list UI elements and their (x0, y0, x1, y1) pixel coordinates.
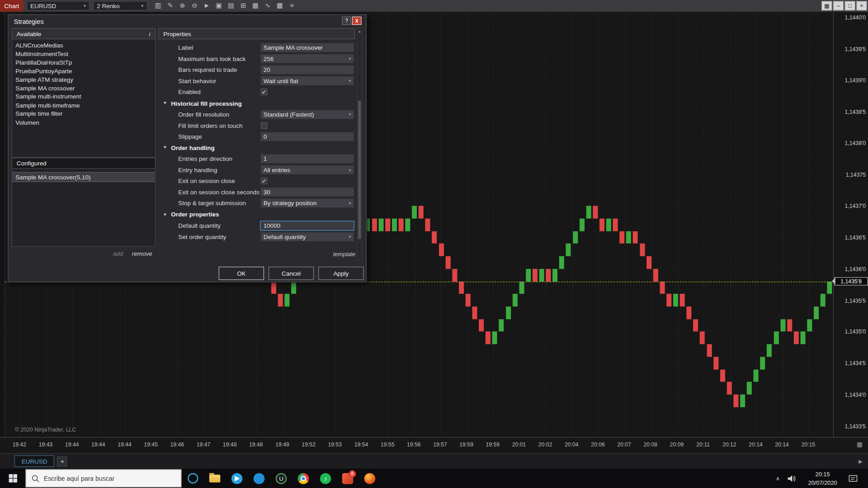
skype-button[interactable] (248, 469, 270, 488)
slippage-input[interactable]: 0 (261, 132, 354, 141)
renko-brick-down (787, 319, 792, 332)
available-strategy-item[interactable]: ALNCruceMedias (12, 42, 155, 50)
period-selector[interactable]: 2 Renko ▾ (93, 1, 147, 10)
renko-brick-down (733, 394, 738, 407)
mail-app-button[interactable]: 8 (336, 469, 359, 488)
available-strategy-item[interactable]: Sample MA crossover (12, 84, 155, 93)
properties-icon[interactable]: ≡ (288, 0, 296, 12)
start-button[interactable] (0, 469, 25, 488)
gridline (783, 12, 783, 437)
label-input[interactable]: Sample MA crossover (261, 43, 354, 52)
time-axis[interactable]: ▦ 19:4219:4319:4419:4419:4419:4519:4619:… (0, 437, 868, 454)
available-strategy-item[interactable]: Sample time filter (12, 110, 155, 118)
file-explorer-button[interactable] (204, 469, 226, 488)
chrome-button[interactable] (292, 469, 315, 488)
chart-style-icon[interactable]: ▥ (154, 0, 162, 12)
collapse-icon[interactable]: ▼ (163, 101, 167, 106)
action-center-icon[interactable] (846, 474, 860, 483)
available-strategy-item[interactable]: Sample multi-instrument (12, 93, 155, 101)
start-behavior-select[interactable]: Wait until flat▾ (261, 76, 354, 85)
instrument-selector[interactable]: EURUSD ▾ (27, 1, 90, 10)
available-strategies-list[interactable]: ALNCruceMediasMultiInstrumentTestPlantil… (12, 39, 156, 158)
entries-per-direction-input[interactable]: 1 (261, 155, 354, 164)
help-button[interactable]: ? (342, 17, 351, 25)
minimize-button[interactable]: – (833, 1, 844, 10)
telegram-button[interactable] (226, 469, 248, 488)
tray-expand-icon[interactable]: ∧ (770, 475, 785, 481)
enabled-checkbox[interactable]: ✔ (261, 89, 268, 95)
maximum-bars-look-back-select[interactable]: 256▾ (261, 54, 354, 63)
spotify-icon: ♪ (320, 473, 331, 483)
collapse-icon[interactable]: ▼ (163, 145, 167, 150)
taskbar-search[interactable]: Escribe aquí para buscar (25, 469, 181, 487)
section-label: Historical fill processing (171, 100, 241, 107)
properties-scrollbar[interactable]: ▲ (357, 28, 362, 260)
market-analyzer-icon[interactable]: ▩ (276, 0, 284, 12)
price-axis-label: 1,14375 (846, 172, 866, 178)
available-strategy-item[interactable]: PlantillaDiaHoraStTp (12, 59, 155, 67)
time-axis-label: 20:02 (534, 441, 557, 447)
snapshot-icon[interactable]: ⊞ (239, 0, 247, 12)
time-axis-label: 20:14 (745, 441, 767, 447)
tab-scroll-right-icon[interactable]: ▶ (859, 458, 862, 464)
order-fill-resolution-select[interactable]: Standard (Fastest)▾ (261, 110, 354, 119)
renko-brick-down (713, 357, 718, 370)
cancel-button[interactable]: Cancel (269, 267, 314, 280)
template-link[interactable]: template (158, 251, 355, 258)
price-axis-label: 1,1436'5 (844, 235, 866, 240)
notification-badge: 8 (349, 470, 356, 478)
add-tab-button[interactable]: + (57, 456, 67, 466)
available-strategy-item[interactable]: PruebaPuntoyAparte (12, 67, 155, 75)
chevron-down-icon: ▾ (349, 168, 351, 173)
exit-on-session-close-checkbox[interactable]: ✔ (261, 178, 268, 184)
fill-limit-orders-on-touch-checkbox[interactable] (261, 122, 268, 129)
volume-icon[interactable] (785, 474, 799, 482)
data-box-icon[interactable]: ▣ (215, 0, 223, 12)
ok-button[interactable]: OK (219, 267, 264, 280)
scroll-up-icon[interactable]: ▲ (358, 29, 362, 34)
available-strategy-item[interactable]: Sample multi-timeframe (12, 101, 155, 110)
close-button[interactable]: × (856, 1, 867, 10)
price-axis[interactable]: 1,1440'01,1439'51,1439'01,1438'51,1438'0… (833, 12, 868, 437)
remove-strategy-link[interactable]: remove (132, 250, 152, 257)
instrument-grid-button[interactable]: ▦ (821, 1, 832, 10)
axis-corner-icon[interactable]: ▦ (857, 441, 863, 448)
chevron-down-icon: ▾ (349, 56, 351, 61)
zoom-out-icon[interactable]: ⊖ (190, 0, 198, 12)
available-strategy-item[interactable]: Volumen (12, 118, 155, 127)
collapse-icon[interactable]: ▼ (163, 212, 167, 217)
taskbar-clock[interactable]: 20:15 20/07/2020 (805, 470, 840, 486)
exit-on-session-close-seconds-input[interactable]: 30 (261, 188, 354, 197)
drawing-tools-icon[interactable]: ✎ (166, 0, 174, 12)
strategies-icon[interactable]: ∿ (264, 0, 272, 12)
available-strategy-item[interactable]: Sample ATM strategy (12, 75, 155, 84)
configured-strategy-item[interactable]: Sample MA crossover(5,10) (12, 172, 155, 182)
cortana-button[interactable] (182, 469, 204, 488)
property-label: Label (178, 44, 193, 51)
spotify-button[interactable]: ♪ (315, 469, 337, 488)
renko-brick-up (285, 294, 290, 306)
tab-eurusd[interactable]: EURUSD (14, 455, 55, 467)
maximize-button[interactable]: □ (845, 1, 855, 10)
default-quantity-input[interactable]: 10000 (261, 221, 354, 230)
stop-target-submission-select[interactable]: By strategy position▾ (261, 199, 354, 208)
dialog-buttons: OKCancelApply (219, 267, 364, 280)
close-dialog-button[interactable]: X (352, 17, 362, 25)
configured-strategies-list[interactable]: Sample MA crossover(5,10) (12, 169, 156, 247)
chart-trader-icon[interactable]: ▤ (227, 0, 235, 12)
zoom-in-icon[interactable]: ⊕ (178, 0, 186, 12)
info-icon[interactable]: i (149, 30, 151, 37)
bars-required-to-trade-input[interactable]: 20 (261, 66, 354, 75)
property-label: Maximum bars look back (178, 56, 245, 62)
entry-handling-select[interactable]: All entries▾ (261, 165, 354, 174)
firefox-button[interactable] (359, 469, 381, 488)
apply-button[interactable]: Apply (318, 267, 363, 280)
available-strategy-item[interactable]: MultiInstrumentTest (12, 50, 155, 59)
set-order-quantity-select[interactable]: Default quantity▾ (261, 232, 354, 241)
add-strategy-link[interactable]: add (113, 250, 123, 257)
indicators-icon[interactable]: ▦ (251, 0, 259, 12)
u-app-button[interactable]: U (270, 469, 292, 488)
scrollbar-thumb[interactable] (358, 101, 361, 239)
cursor-icon[interactable]: ► (203, 0, 211, 12)
section-label: Order handling (171, 144, 215, 151)
